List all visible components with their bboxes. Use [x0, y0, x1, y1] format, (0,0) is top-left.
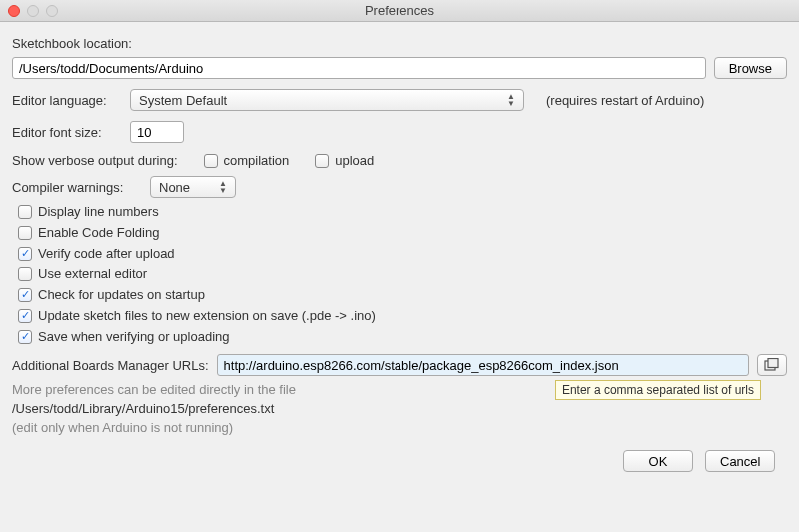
boards-urls-input[interactable]	[217, 354, 749, 376]
checkbox-icon: ✓	[18, 247, 32, 261]
updown-icon: ▲▼	[219, 180, 227, 194]
upload-checkbox-label: upload	[335, 153, 374, 168]
checkbox-icon	[18, 226, 32, 240]
update-extension-label: Update sketch files to new extension on …	[38, 308, 376, 323]
boards-urls-expand-button[interactable]	[757, 354, 787, 376]
editor-fontsize-label: Editor font size:	[12, 125, 122, 140]
line-numbers-checkbox[interactable]: Display line numbers	[18, 204, 787, 219]
browse-button[interactable]: Browse	[714, 57, 787, 79]
checkbox-icon: ✓	[18, 288, 32, 302]
boards-urls-tooltip: Enter a comma separated list of urls	[555, 380, 761, 400]
checkbox-icon: ✓	[18, 330, 32, 344]
checkbox-icon: ✓	[18, 309, 32, 323]
cancel-button[interactable]: Cancel	[705, 450, 775, 472]
editor-language-label: Editor language:	[12, 93, 122, 108]
external-editor-checkbox[interactable]: Use external editor	[18, 266, 787, 281]
verify-code-checkbox[interactable]: ✓ Verify code after upload	[18, 246, 787, 261]
checkbox-icon	[18, 267, 32, 281]
check-updates-checkbox[interactable]: ✓ Check for updates on startup	[18, 287, 787, 302]
compiler-warnings-label: Compiler warnings:	[12, 180, 142, 195]
compilation-checkbox-label: compilation	[224, 153, 290, 168]
titlebar: Preferences	[0, 0, 799, 22]
sketchbook-location-label: Sketchbook location:	[12, 36, 132, 51]
more-prefs-line3: (edit only when Arduino is not running)	[12, 420, 787, 435]
prefs-file-path: /Users/todd/Library/Arduino15/preference…	[12, 401, 787, 416]
checkbox-icon	[18, 205, 32, 219]
update-extension-checkbox[interactable]: ✓ Update sketch files to new extension o…	[18, 308, 787, 323]
checkbox-icon	[315, 154, 329, 168]
editor-language-note: (requires restart of Arduino)	[546, 93, 704, 108]
verify-code-label: Verify code after upload	[38, 246, 175, 261]
editor-language-select[interactable]: System Default ▲▼	[130, 89, 524, 111]
window-icon	[764, 358, 780, 372]
line-numbers-label: Display line numbers	[38, 204, 159, 219]
close-window-icon[interactable]	[8, 5, 20, 17]
boards-urls-label: Additional Boards Manager URLs:	[12, 358, 209, 373]
compiler-warnings-value: None	[159, 180, 190, 195]
editor-fontsize-input[interactable]	[130, 121, 184, 143]
check-updates-label: Check for updates on startup	[38, 287, 205, 302]
window-title: Preferences	[0, 3, 799, 18]
zoom-window-icon	[46, 5, 58, 17]
save-on-verify-checkbox[interactable]: ✓ Save when verifying or uploading	[18, 329, 787, 344]
verbose-label: Show verbose output during:	[12, 153, 178, 168]
svg-rect-1	[768, 359, 778, 368]
upload-checkbox[interactable]: upload	[315, 153, 374, 168]
code-folding-checkbox[interactable]: Enable Code Folding	[18, 225, 787, 240]
sketchbook-location-input[interactable]	[12, 57, 706, 79]
compilation-checkbox[interactable]: compilation	[204, 153, 290, 168]
window-traffic-lights	[0, 5, 58, 17]
ok-button[interactable]: OK	[623, 450, 693, 472]
code-folding-label: Enable Code Folding	[38, 225, 159, 240]
checkbox-icon	[204, 154, 218, 168]
editor-language-value: System Default	[139, 93, 227, 108]
minimize-window-icon	[27, 5, 39, 17]
compiler-warnings-select[interactable]: None ▲▼	[150, 176, 236, 198]
external-editor-label: Use external editor	[38, 266, 147, 281]
preferences-pane: Sketchbook location: Browse Editor langu…	[0, 22, 799, 480]
updown-icon: ▲▼	[507, 93, 515, 107]
save-on-verify-label: Save when verifying or uploading	[38, 329, 230, 344]
